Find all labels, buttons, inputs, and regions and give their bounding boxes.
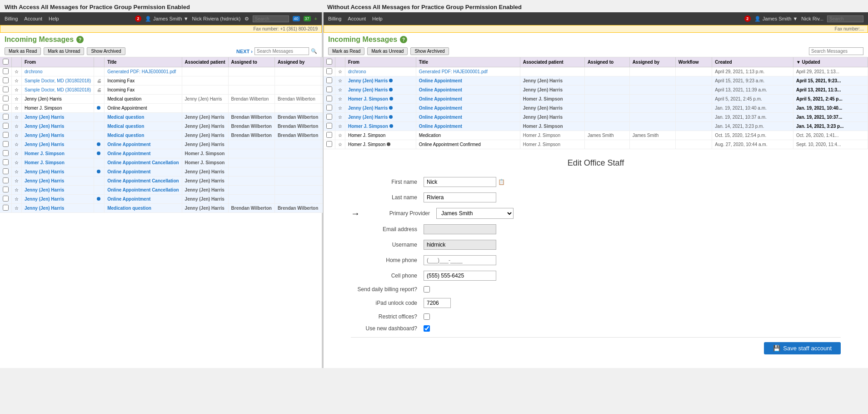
home-phone-input[interactable] [424, 255, 496, 265]
from-link[interactable]: Jenny (Jen) Harris [25, 197, 64, 202]
from-link[interactable]: Jenny (Jen) Harris [348, 106, 388, 111]
title-link[interactable]: Online Appointment [107, 169, 150, 174]
from-link[interactable]: Homer J. Simpson [25, 160, 65, 165]
billing-link[interactable]: Billing [5, 16, 18, 21]
mark-unread-btn-left[interactable]: Mark as Unread [44, 47, 84, 55]
from-link[interactable]: drchrono [25, 69, 42, 74]
from-link[interactable]: Sample Doctor, MD (301802018) [25, 78, 91, 83]
row-star[interactable]: ☆ [12, 104, 22, 113]
search-icon-left[interactable]: 🔍 [311, 48, 317, 54]
cell-phone-input[interactable] [424, 271, 496, 281]
row-star[interactable]: ☆ [12, 140, 22, 149]
row-check[interactable] [0, 95, 12, 104]
mark-read-btn-right[interactable]: Mark as Read [328, 47, 364, 55]
username-input[interactable] [424, 240, 496, 250]
from-link[interactable]: Jenny (Jen) Harris [25, 178, 64, 183]
title-link[interactable]: Online Appointment [107, 151, 150, 156]
row-check[interactable] [324, 113, 335, 122]
ipad-input[interactable] [424, 298, 451, 308]
row-star[interactable]: ☆ [335, 76, 345, 86]
show-archived-btn-left[interactable]: Show Archived [87, 47, 125, 55]
from-link[interactable]: Homer J. Simpson [348, 96, 388, 101]
from-link[interactable]: Jenny (Jen) Harris [348, 87, 388, 92]
search-messages-left[interactable] [254, 47, 309, 55]
billing-link-right[interactable]: Billing [328, 16, 341, 21]
from-link[interactable]: Jenny (Jen) Harris [25, 206, 64, 211]
title-link[interactable]: Medical question [107, 133, 144, 138]
row-check[interactable] [0, 195, 12, 204]
calendar-icon[interactable]: 📋 [498, 179, 505, 185]
row-star[interactable]: ☆ [335, 104, 345, 113]
search-messages-right[interactable] [809, 47, 863, 55]
title-link[interactable]: Online Appointment [419, 78, 462, 83]
email-input[interactable] [424, 224, 496, 234]
row-check[interactable] [324, 76, 335, 86]
row-check[interactable] [324, 104, 335, 113]
dashboard-checkbox[interactable] [424, 325, 430, 332]
title-link[interactable]: Online Appointment Cancellation [107, 187, 179, 192]
row-star[interactable]: ☆ [335, 67, 345, 76]
help-icon-left[interactable]: ? [76, 36, 84, 43]
row-star[interactable]: ☆ [12, 67, 22, 76]
help-link-right[interactable]: Help [372, 16, 383, 21]
row-star[interactable]: ☆ [12, 158, 22, 167]
row-check[interactable] [0, 104, 12, 113]
print-icon[interactable]: 🖨 [97, 87, 101, 92]
row-star[interactable]: ☆ [12, 131, 22, 140]
row-star[interactable]: ☆ [335, 95, 345, 104]
plus-icon[interactable]: + [314, 16, 317, 21]
row-check[interactable] [324, 67, 335, 76]
from-link[interactable]: Jenny (Jen) Harris [25, 169, 64, 174]
row-check[interactable] [0, 122, 12, 131]
row-check[interactable] [0, 67, 12, 76]
row-check[interactable] [0, 158, 12, 167]
title-link[interactable]: Generated PDF: HAJE000001.pdf [419, 69, 488, 74]
search-input-right[interactable] [827, 15, 863, 22]
from-link[interactable]: Jenny (Jen) Harris [25, 115, 64, 120]
save-staff-btn[interactable]: 💾 Save staff account [764, 342, 841, 354]
from-link[interactable]: Homer J. Simpson [348, 124, 388, 129]
from-link[interactable]: Jenny (Jen) Harris [25, 142, 64, 147]
row-star[interactable]: ☆ [335, 86, 345, 95]
title-link[interactable]: Online Appointment Cancellation [107, 178, 179, 183]
row-check[interactable] [324, 140, 335, 149]
from-link[interactable]: Jenny (Jen) Harris [348, 78, 388, 83]
title-link[interactable]: Online Appointment [107, 142, 150, 147]
from-link[interactable]: Jenny (Jen) Harris [25, 133, 64, 138]
row-star[interactable]: ☆ [12, 122, 22, 131]
title-link[interactable]: Medical question [107, 115, 144, 120]
row-check[interactable] [0, 131, 12, 140]
daily-billing-checkbox[interactable] [424, 286, 430, 293]
title-link[interactable]: Online Appointment [419, 87, 462, 92]
restrict-checkbox[interactable] [424, 313, 430, 320]
from-link[interactable]: Jenny (Jen) Harris [25, 124, 64, 129]
row-check[interactable] [324, 86, 335, 95]
print-icon[interactable]: 🖨 [97, 78, 101, 83]
title-link[interactable]: Online Appointment [419, 115, 462, 120]
row-star[interactable]: ☆ [12, 177, 22, 186]
title-link[interactable]: Online Appointment [419, 124, 462, 129]
row-star[interactable]: ☆ [12, 149, 22, 158]
account-link[interactable]: Account [24, 16, 42, 21]
account-link-right[interactable]: Account [348, 16, 366, 21]
row-star[interactable]: ☆ [335, 131, 345, 140]
title-link[interactable]: Generated PDF: HAJE000001.pdf [107, 69, 176, 74]
row-star[interactable]: ☆ [335, 113, 345, 122]
row-check[interactable] [0, 177, 12, 186]
select-all-left[interactable] [3, 59, 9, 65]
title-link[interactable]: Online Appointment [419, 96, 462, 101]
row-check[interactable] [0, 186, 12, 195]
row-check[interactable] [0, 167, 12, 177]
row-star[interactable]: ☆ [335, 140, 345, 149]
row-star[interactable]: ☆ [12, 195, 22, 204]
title-link[interactable]: Medication question [107, 206, 151, 211]
row-star[interactable]: ☆ [12, 186, 22, 195]
title-link[interactable]: Online Appointment Cancellation [107, 160, 179, 165]
show-archived-btn-right[interactable]: Show Archived [410, 47, 449, 55]
from-link[interactable]: Homer J. Simpson [25, 151, 65, 156]
row-check[interactable] [0, 204, 12, 213]
from-link[interactable]: drchrono [348, 69, 366, 74]
row-check[interactable] [324, 95, 335, 104]
row-check[interactable] [0, 76, 12, 86]
row-check[interactable] [0, 113, 12, 122]
